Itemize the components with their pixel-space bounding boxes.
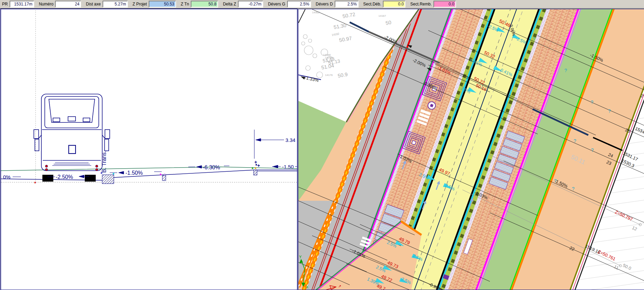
map-label: ? [533, 36, 536, 42]
toolbar-value-dist-axe[interactable] [103, 1, 128, 8]
toolbar-label-numero: Numéro [39, 2, 54, 6]
map-label: ? [574, 138, 576, 144]
map-label: 50 [385, 19, 392, 26]
bus-taillight [96, 169, 98, 171]
plan-view-drawing: Y X ↗ 1496250.721416751.30501418250.9714… [298, 9, 644, 290]
map-label: ? [572, 186, 575, 192]
label-slope-mid: -1.50% [125, 170, 143, 176]
toolbar-value-numero[interactable] [55, 1, 81, 8]
toolbar-value-z-tn[interactable] [191, 1, 218, 8]
toolbar-value-delta-z[interactable] [238, 1, 263, 8]
map-label: 14167 [378, 14, 386, 17]
survey-marker: * [34, 181, 36, 186]
toolbar-field-devers-d: Dévers D [316, 1, 359, 8]
toolbar-label-delta-z: Delta Z [223, 2, 236, 6]
toolbar-label-z-projet: Z Projet [133, 2, 147, 6]
plan-view-panel[interactable]: Y X ↗ 1496250.721416751.30501418250.9714… [298, 9, 644, 290]
bus-wheel-right [85, 175, 96, 182]
bus-drawing [34, 94, 110, 182]
toolbar-field-pr: PR [2, 1, 34, 8]
bus-taillight [45, 169, 48, 171]
toolbar-field-sect-deb: Sect.Déb. [363, 1, 406, 8]
dimension-3-34 [254, 130, 284, 159]
map-label: 14176 [325, 74, 333, 77]
bus-wheel-left [42, 175, 53, 182]
svg-text:↗: ↗ [338, 284, 341, 288]
toolbar-label-devers-g: Dévers G [268, 2, 285, 6]
toolbar-field-delta-z: Delta Z [223, 1, 263, 8]
toolbar-label-z-tn: Z Tn [181, 2, 189, 6]
toolbar-label-sect-remb: Sect.Remb. [410, 2, 432, 6]
label-slope-terrain: -6.30% [203, 164, 220, 170]
map-label: 14962 [312, 11, 320, 14]
survey-marker: * [100, 171, 103, 176]
toolbar-field-numero: Numéro [39, 1, 81, 8]
toolbar-field-z-tn: Z Tn [181, 1, 218, 8]
toolbar-field-dist-axe: Dist axe [86, 1, 128, 8]
toolbar-value-sect-remb[interactable] [433, 1, 456, 8]
toolbar-label-devers-d: Dévers D [316, 2, 333, 6]
bus-taillight [96, 165, 98, 168]
toolbar-field-sect-remb: Sect.Remb. [410, 1, 456, 8]
toolbar-label-sect-deb: Sect.Déb. [363, 2, 381, 6]
survey-marker: * [112, 172, 115, 177]
label-slope-left: -2.50% [56, 174, 73, 180]
toolbar-value-sect-deb[interactable] [383, 1, 405, 8]
map-label: ? [591, 147, 594, 153]
survey-marker: * [164, 172, 166, 178]
label-zero-percent: 0% [3, 174, 11, 180]
toolbar-value-devers-g[interactable] [287, 1, 311, 8]
svg-text:Y: Y [299, 255, 302, 259]
toolbar-label-dist-axe: Dist axe [86, 2, 100, 6]
curb-hatched [102, 175, 114, 184]
bus-taillight [45, 165, 48, 168]
survey-marker: * [252, 166, 254, 172]
toolbar-value-pr[interactable] [10, 1, 34, 8]
toolbar-value-devers-d[interactable] [335, 1, 359, 8]
label-dim-150: -1.50 [282, 164, 294, 170]
map-label: ? [564, 68, 567, 73]
svg-text:X: X [306, 285, 309, 289]
toolbar: PRNuméroDist axeZ ProjetZ TnDelta ZDéver… [0, 0, 644, 9]
survey-marker: *+ [255, 163, 260, 168]
toolbar-label-pr: PR [2, 2, 8, 6]
label-dim-334: 3.34 [285, 137, 295, 143]
toolbar-value-z-projet[interactable] [149, 1, 176, 8]
cross-section-drawing: 0% -2.50% -1.50% -6.30% 3.34 -1.50 B. Tr… [1, 9, 297, 290]
map-label: ? [554, 178, 557, 184]
survey-markers: *******+*+ [34, 159, 260, 186]
toolbar-field-devers-g: Dévers G [268, 1, 311, 8]
map-label: ? [608, 108, 611, 114]
toolbar-field-z-projet: Z Projet [133, 1, 176, 8]
application-window: PRNuméroDist axeZ ProjetZ TnDelta ZDéver… [0, 0, 644, 290]
map-label: ? [591, 100, 593, 105]
cross-section-panel[interactable]: 0% -2.50% -1.50% -6.30% 3.34 -1.50 B. Tr… [1, 9, 297, 290]
label-b-trans: B. Trans. [101, 151, 107, 173]
survey-marker: * [160, 172, 162, 178]
